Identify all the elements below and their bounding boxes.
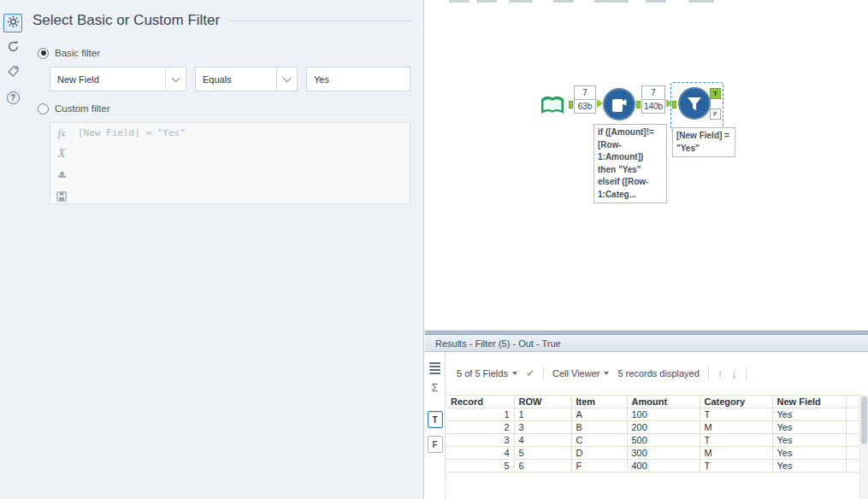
data-size: 63b [575,100,595,113]
table-row[interactable]: 45D300MYes [446,447,860,460]
connection-label[interactable]: 7 140b [641,85,665,114]
cell-viewer-label: Cell Viewer [552,368,599,379]
field-select[interactable]: New Field [50,67,186,91]
filter-value-input[interactable] [306,67,410,91]
column-header[interactable]: Amount [627,396,700,408]
table-cell[interactable]: M [700,447,772,460]
table-cell[interactable]: C [571,434,627,447]
table-cell[interactable]: 5 [514,447,571,460]
true-output-tab[interactable]: T [428,411,443,428]
up-arrow-icon[interactable]: ↑ [717,368,723,379]
custom-filter-option[interactable]: Custom filter [38,102,411,115]
column-header[interactable]: ROW [514,396,571,408]
table-cell[interactable]: D [571,447,627,460]
input-anchor[interactable] [672,101,676,109]
multirow-annotation[interactable]: if ([Amount]!= [Row-1:Amount]) then "Yes… [593,124,667,203]
down-arrow-icon[interactable]: ↓ [731,368,737,379]
table-cell[interactable]: 200 [627,421,700,434]
table-cell[interactable]: 1 [446,408,514,421]
table-cell[interactable]: 3 [446,434,514,447]
basic-filter-radio[interactable] [38,48,49,59]
true-output-anchor[interactable]: T [710,88,721,99]
table-cell[interactable]: 4 [514,434,571,447]
config-panel: ? Select Basic or Custom Filter Basic fi… [0,0,424,499]
custom-filter-radio[interactable] [38,103,49,114]
output-anchor[interactable] [636,101,641,109]
data-view-icon[interactable] [429,362,440,374]
table-cell[interactable]: T [700,460,772,473]
table-cell[interactable]: B [571,421,627,434]
table-row[interactable]: 23B200MYes [446,421,860,434]
stamp-icon [56,167,68,184]
cell-viewer-dropdown[interactable]: Cell Viewer [552,368,609,379]
table-cell[interactable]: Yes [772,434,846,447]
table-cell[interactable]: 500 [627,434,700,447]
table-cell[interactable]: A [571,408,627,421]
chevron-down-icon [512,372,517,375]
vertical-scrollbar[interactable] [859,395,868,499]
basic-filter-label: Basic filter [55,48,100,58]
input-data-tool[interactable] [536,90,569,126]
results-table: RecordROWItemAmountCategoryNew Field 11A… [446,395,861,473]
table-cell[interactable]: 5 [446,460,514,473]
table-cell[interactable]: T [700,408,772,421]
table-cell[interactable]: 4 [446,447,514,460]
table-cell[interactable]: Yes [772,421,846,434]
record-count: 7 [642,86,664,100]
function-icon: fx [58,127,66,140]
tag-icon [7,65,20,81]
table-row[interactable]: 56F400TYes [446,460,860,473]
cell-filler [846,434,860,447]
table-cell[interactable]: 6 [514,460,571,473]
metadata-view-icon[interactable]: Σ [431,382,438,393]
page-title: Select Basic or Custom Filter [32,12,220,29]
basic-filter-option[interactable]: Basic filter [38,46,411,60]
table-row[interactable]: 11A100TYes [446,408,860,421]
results-table-body: 11A100TYes23B200MYes34C500TYes45D300MYes… [446,408,860,473]
help-tab[interactable]: ? [3,88,22,107]
table-cell[interactable]: Yes [772,460,846,473]
variable-icon: X [58,147,66,161]
help-icon: ? [7,91,20,104]
table-cell[interactable]: Yes [772,447,846,460]
table-cell[interactable]: 3 [514,421,571,434]
results-panel: Results - Filter (5) - Out - True Σ T F … [425,335,868,499]
false-output-anchor[interactable]: F [710,109,721,120]
refresh-icon [7,40,20,56]
output-anchor[interactable] [569,101,573,109]
table-cell[interactable]: 100 [627,408,700,421]
column-header[interactable]: Category [700,396,772,408]
configuration-tab[interactable] [3,14,22,32]
gear-icon [7,15,20,32]
multi-row-formula-tool[interactable] [603,88,635,120]
false-output-tab[interactable]: F [428,436,443,453]
table-row[interactable]: 34C500TYes [446,434,860,447]
config-body: Select Basic or Custom Filter Basic filt… [26,0,423,499]
table-cell[interactable]: 300 [627,447,700,460]
apply-check-icon[interactable]: ✔ [526,368,534,379]
connection-arrow-icon [597,99,603,108]
table-cell[interactable]: 400 [627,460,700,473]
workflow-canvas[interactable]: 7 63b 7 140b T F if ([Amount]!= [Row-1:A [425,0,868,331]
table-cell[interactable]: F [571,460,627,473]
column-header[interactable]: Record [446,396,514,408]
fields-dropdown[interactable]: 5 of 5 Fields [457,368,517,379]
scrollbar-thumb[interactable] [861,396,867,444]
results-header-row: RecordROWItemAmountCategoryNew Field [446,396,860,408]
table-cell[interactable]: Yes [772,408,846,421]
filter-tool[interactable] [678,87,711,120]
operator-select[interactable]: Equals [195,67,298,91]
field-select-button[interactable] [165,68,186,91]
table-cell[interactable]: M [700,421,772,434]
column-header[interactable]: Item [571,396,627,408]
table-cell[interactable]: T [700,434,772,447]
table-cell[interactable]: 2 [446,421,514,434]
operator-select-button[interactable] [276,68,297,91]
filter-annotation[interactable]: [New Field] = "Yes" [672,127,735,157]
column-header[interactable]: New Field [772,396,846,408]
results-grid: RecordROWItemAmountCategoryNew Field 11A… [446,395,861,473]
table-cell[interactable]: 1 [514,408,571,421]
connection-label[interactable]: 7 63b [574,85,596,114]
annotation-tab[interactable] [3,63,22,82]
navigation-tab[interactable] [3,38,22,57]
